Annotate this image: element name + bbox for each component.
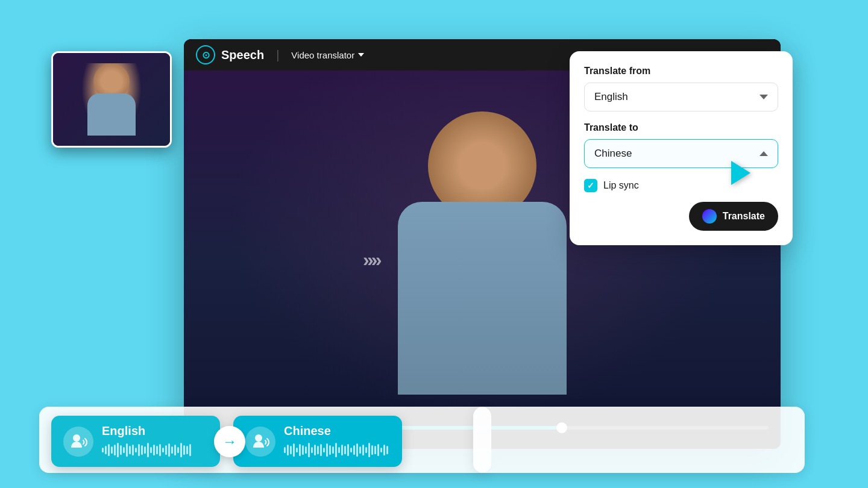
- audio-cards-row: English → Chinese: [51, 416, 402, 467]
- translate-btn-label: Translate: [723, 211, 765, 222]
- translate-to-label: Translate to: [584, 122, 778, 133]
- translate-btn-row: Translate: [584, 202, 778, 231]
- svg-point-0: [73, 434, 80, 442]
- thumbnail-overlay: [51, 51, 172, 148]
- english-speaker-icon: [63, 427, 93, 457]
- cursor-triangle: [731, 161, 750, 185]
- nav-label: Video translator: [291, 50, 354, 60]
- translation-panel: Translate from English Translate to Chin…: [570, 51, 793, 245]
- translate-from-label: Translate from: [584, 66, 778, 77]
- thumbnail-person: [81, 63, 142, 136]
- from-language-value: English: [594, 91, 628, 103]
- video-translator-nav[interactable]: Video translator: [291, 50, 364, 60]
- arrow-right-icon: →: [222, 433, 237, 450]
- audio-white-bg-right: [473, 407, 805, 473]
- english-audio-card: English: [51, 416, 220, 467]
- english-waveform: [102, 442, 208, 458]
- chinese-audio-card: Chinese: [233, 416, 402, 467]
- chinese-speaker-svg: [251, 432, 270, 451]
- to-language-value: Chinese: [594, 148, 632, 160]
- logo-icon: ⊙: [196, 45, 215, 64]
- header-divider: |: [276, 48, 279, 62]
- chinese-waveform: [284, 442, 390, 458]
- english-card-content: English: [102, 424, 208, 458]
- video-person: [362, 111, 603, 401]
- logo-area: ⊙ Speech: [196, 45, 264, 64]
- logo-text: Speech: [221, 48, 264, 62]
- english-speaker-svg: [69, 432, 88, 451]
- chinese-speaker-icon: [245, 427, 275, 457]
- checkmark-icon: ✓: [587, 181, 594, 190]
- arrow-circle: →: [214, 426, 245, 457]
- translate-button[interactable]: Translate: [689, 202, 778, 231]
- fast-forward-icon: »»: [363, 249, 380, 271]
- lip-sync-label: Lip sync: [603, 180, 639, 191]
- thumbnail-inner: [53, 53, 170, 146]
- from-language-select[interactable]: English: [584, 83, 778, 111]
- main-container: ⊙ Speech | Video translator »»: [87, 39, 781, 449]
- thumb-body: [87, 93, 136, 136]
- chinese-card-content: Chinese: [284, 424, 390, 458]
- from-chevron-down-icon: [760, 95, 768, 99]
- chevron-down-icon: [358, 53, 364, 57]
- person-body: [398, 202, 567, 395]
- chinese-card-title: Chinese: [284, 424, 390, 438]
- svg-point-1: [255, 434, 262, 442]
- cursor-arrow-icon: [731, 161, 750, 185]
- to-chevron-up-icon: [760, 151, 768, 156]
- english-card-title: English: [102, 424, 208, 438]
- translate-btn-icon: [702, 209, 717, 224]
- lip-sync-checkbox[interactable]: ✓: [584, 179, 597, 192]
